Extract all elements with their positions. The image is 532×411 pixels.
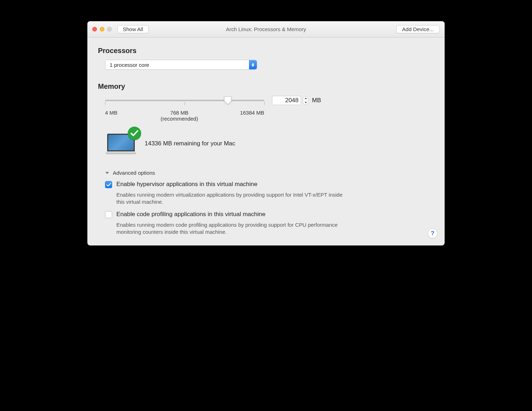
slider-max-label: 16384 MB (222, 110, 264, 122)
close-icon[interactable] (92, 27, 97, 31)
chevron-down-icon (105, 171, 109, 175)
memory-input[interactable] (272, 96, 301, 105)
settings-window: Show All Arch Linux: Processors & Memory… (87, 21, 445, 245)
slider-mid-label: 768 MB (137, 110, 222, 116)
memory-slider[interactable] (105, 95, 264, 105)
profiling-label: Enable code profiling applications in th… (116, 211, 427, 218)
advanced-disclosure[interactable]: Advanced options (105, 170, 427, 176)
profiling-checkbox[interactable] (105, 211, 112, 218)
slider-labels: 4 MB 768 MB (recommended) 16384 MB (105, 110, 264, 122)
help-button[interactable]: ? (428, 228, 438, 238)
hypervisor-checkbox[interactable] (105, 181, 112, 188)
stepper-up-icon[interactable] (303, 97, 308, 101)
profiling-description: Enables running modern code profiling ap… (116, 221, 350, 236)
zoom-icon (107, 27, 112, 31)
memory-unit-label: MB (312, 97, 321, 104)
traffic-lights (92, 27, 112, 31)
content-area: Processors 1 processor core Memory (87, 37, 445, 245)
stepper-down-icon[interactable] (303, 101, 308, 105)
slider-thumb-icon[interactable] (224, 96, 232, 105)
hypervisor-description: Enables running modern virtualization ap… (116, 191, 350, 206)
hypervisor-label: Enable hypervisor applications in this v… (116, 181, 427, 188)
minimize-icon[interactable] (100, 27, 104, 31)
processor-cores-value: 1 processor core (105, 62, 249, 68)
show-all-button[interactable]: Show All (117, 25, 149, 33)
processors-heading: Processors (98, 47, 434, 55)
processor-cores-select[interactable]: 1 processor core (105, 60, 257, 70)
slider-min-label: 4 MB (105, 110, 137, 122)
memory-remaining-text: 14336 MB remaining for your Mac (145, 140, 235, 147)
advanced-heading: Advanced options (113, 170, 155, 176)
memory-heading: Memory (98, 82, 434, 91)
updown-icon (249, 60, 257, 69)
titlebar: Show All Arch Linux: Processors & Memory… (87, 21, 445, 37)
slider-mid-sublabel: (recommended) (137, 116, 222, 122)
checkmark-badge-icon (128, 127, 141, 140)
add-device-button[interactable]: Add Device... (396, 25, 440, 33)
mac-ok-icon (105, 132, 137, 156)
memory-stepper[interactable] (303, 96, 308, 105)
